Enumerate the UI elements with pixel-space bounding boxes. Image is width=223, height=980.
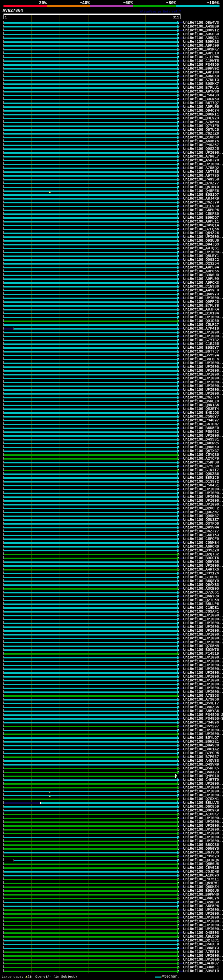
svg-text:AV627864: AV627864 — [3, 8, 23, 13]
svg-text:=50char.: =50char. — [162, 974, 179, 978]
svg-text:AlignView.pm Beta rel.7: AlignView.pm Beta rel.7 — [140, 10, 181, 14]
svg-text:~40%: ~40% — [80, 1, 90, 6]
svg-text:~100%: ~100% — [207, 1, 220, 6]
svg-text:~60%: ~60% — [123, 1, 133, 6]
svg-text:~80%: ~80% — [166, 1, 176, 6]
svg-text:20%: 20% — [39, 1, 47, 6]
svg-text:311: 311 — [173, 16, 179, 19]
svg-text:1: 1 — [5, 16, 7, 19]
svg-text:Large gaps: ▲(in Query)/- (in: Large gaps: ▲(in Query)/- (in Subject) — [2, 975, 77, 978]
svg-text:UniRef100_A9V8I9: UniRef100_A9V8I9 — [183, 969, 219, 973]
